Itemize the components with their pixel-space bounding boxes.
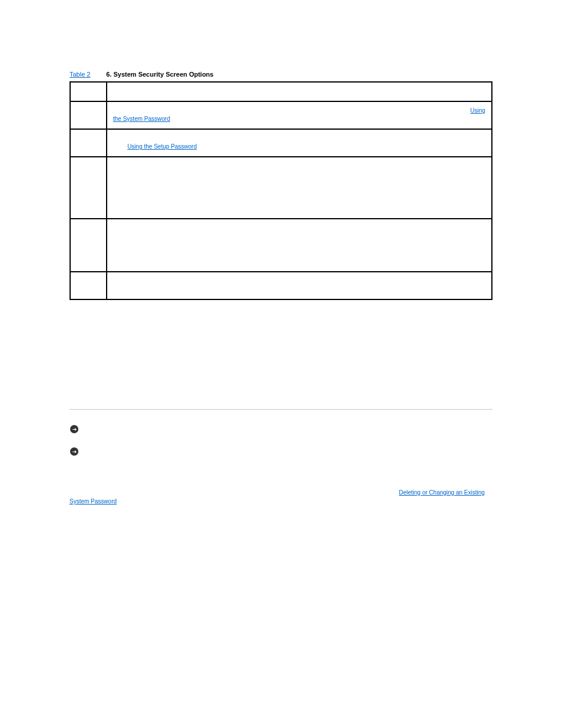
list-item: Discard Changes and Exit — [87, 356, 492, 365]
option-cell: System Password — [70, 101, 107, 129]
table-row: NMI Button Determines whether NMIs are r… — [70, 272, 492, 299]
list-item: Return to Setup — [87, 367, 492, 376]
using-paragraph: After a system password is assigned, onl… — [70, 549, 492, 568]
exit-options-list: Save Changes and Exit Discard Changes an… — [87, 345, 492, 376]
list-item: Verify that the Password Status option i… — [87, 659, 492, 668]
option-cell: Power Button — [70, 219, 107, 272]
table-row: Password Status Setting the Setup Passwo… — [70, 157, 492, 219]
section-divider — [70, 409, 492, 410]
assigning-subheading: Assigning a System Password — [70, 574, 492, 581]
notice-text: NOTICE: The password features provide a … — [82, 424, 492, 442]
description-cell: Determines whether NMIs are reported to … — [107, 272, 492, 299]
table-row: Setup Password Restricts access to the S… — [70, 129, 492, 157]
list-item: Save Changes and Exit — [87, 345, 492, 354]
assign-steps-list: Verify that the Password Status option i… — [87, 659, 492, 729]
step-detail: As you press each character key (or the … — [87, 718, 492, 727]
table-row: System Password Displays the current sta… — [70, 101, 492, 129]
list-item: Type your new system password. You can u… — [87, 689, 492, 729]
assigning-paragraph: Before you assign a system password, ent… — [70, 587, 492, 596]
exit-heading: Exit Screen — [70, 313, 492, 324]
exit-paragraph: After you press <Esc> to exit the System… — [70, 330, 492, 339]
notice-icon — [70, 424, 79, 434]
notice-icon — [70, 447, 79, 456]
cross-reference-link[interactable]: Using the Setup Password — [127, 143, 197, 150]
password-features-heading: System and Setup Password Features — [70, 394, 492, 403]
description-cell: Displays the current status of your syst… — [107, 101, 492, 129]
bullet-paragraph: When a system password is not assigned a… — [70, 635, 492, 653]
document-page: Table 2 6. System Security Screen Option… — [0, 0, 562, 728]
notice-block: NOTICE: Anyone can access the data store… — [70, 446, 492, 464]
bullet-paragraph: When a system password is assigned, the … — [70, 601, 492, 629]
table-header-row: Option Description — [70, 82, 492, 101]
notice-text: NOTICE: Anyone can access the data store… — [82, 446, 492, 464]
table-row: Power Button When this option is set to … — [70, 219, 492, 272]
step-detail: You can use up to 32 characters in your … — [87, 703, 492, 712]
options-table: Option Description System Password Displ… — [70, 81, 492, 300]
description-cell: Setting the Setup Password option to Ena… — [107, 157, 492, 219]
exit-screen-section: Exit Screen After you press <Esc> to exi… — [70, 313, 492, 376]
list-item: Highlight the System Password option and… — [87, 674, 492, 683]
col-header-option: Option — [70, 82, 107, 101]
option-cell: NMI Button — [70, 272, 107, 299]
option-cell: Setup Password — [70, 129, 107, 157]
table-reference-link[interactable]: Table 2 — [70, 71, 90, 78]
notice-block: NOTICE: The password features provide a … — [70, 424, 492, 442]
table-caption: Table 2 6. System Security Screen Option… — [70, 71, 492, 78]
option-cell: Password Status — [70, 157, 107, 219]
features-paragraph: Your system is shipped to you without th… — [70, 470, 492, 525]
col-header-description: Description — [107, 82, 492, 101]
table-title: 6. System Security Screen Options — [106, 71, 213, 78]
description-cell: Restricts access to the System Setup pro… — [107, 129, 492, 157]
using-system-password-heading: Using the System Password — [70, 535, 492, 543]
description-cell: When this option is set to Enabled, you … — [107, 219, 492, 272]
